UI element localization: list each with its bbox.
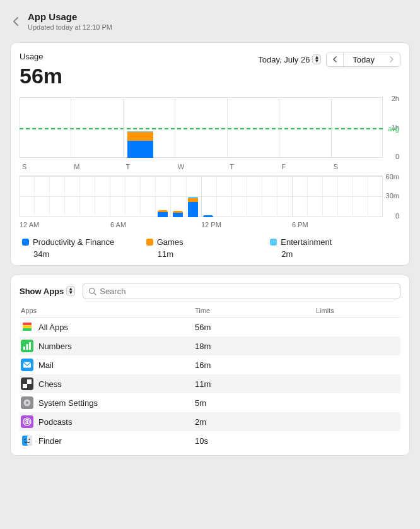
col-header-limits[interactable]: Limits bbox=[316, 307, 399, 314]
stack-icon bbox=[21, 321, 33, 333]
y-axis-label: 0 bbox=[395, 153, 399, 160]
col-header-apps[interactable]: Apps bbox=[21, 307, 195, 314]
back-button[interactable] bbox=[10, 16, 21, 27]
app-name: Finder bbox=[38, 436, 62, 446]
svg-rect-2 bbox=[23, 328, 32, 331]
x-axis-label: F bbox=[279, 163, 330, 170]
x-axis-label: S bbox=[20, 163, 71, 170]
gear-icon bbox=[21, 396, 33, 409]
svg-rect-7 bbox=[29, 342, 31, 350]
page-title: App Usage bbox=[28, 11, 112, 22]
table-row[interactable]: All Apps 56m bbox=[20, 318, 400, 336]
hourly-chart: 60m 30m 0 12 AM 6 AM 12 PM 6 PM bbox=[20, 175, 400, 230]
svg-line-1 bbox=[94, 292, 96, 294]
date-nav-group: Today bbox=[326, 52, 400, 67]
usage-card: Usage 56m Today, July 26 ▲▼ Today 2h 1h … bbox=[10, 42, 410, 266]
updown-icon: ▲▼ bbox=[312, 54, 321, 64]
legend-item: Games 11m bbox=[146, 237, 271, 259]
app-name: System Settings bbox=[38, 398, 98, 408]
table-body: All Apps 56m Numbers 18m Mail 16m Chess … bbox=[20, 318, 400, 450]
x-axis-label: 6 AM bbox=[110, 221, 201, 229]
y-axis-label: 0 bbox=[395, 212, 399, 220]
today-button[interactable]: Today bbox=[343, 52, 383, 66]
svg-rect-11 bbox=[27, 384, 32, 388]
x-axis-label: W bbox=[175, 163, 227, 170]
x-axis-label: S bbox=[331, 163, 383, 170]
search-field[interactable] bbox=[83, 283, 400, 299]
svg-rect-3 bbox=[23, 326, 32, 328]
app-list-card: Show Apps ▲▼ Apps Time Limits All Apps 5… bbox=[10, 275, 410, 456]
app-name: Podcasts bbox=[38, 417, 72, 427]
x-axis-label: T bbox=[227, 163, 279, 170]
legend-label: Games bbox=[157, 237, 184, 247]
y-axis-label: 30m bbox=[386, 192, 399, 199]
date-controls: Today, July 26 ▲▼ Today bbox=[258, 52, 400, 67]
app-name: Mail bbox=[38, 360, 54, 370]
updown-icon: ▲▼ bbox=[66, 286, 75, 296]
app-time: 5m bbox=[195, 398, 316, 408]
table-row[interactable]: Chess 11m bbox=[20, 374, 400, 393]
app-time: 16m bbox=[195, 360, 316, 370]
table-row[interactable]: Podcasts 2m bbox=[20, 412, 400, 431]
x-axis-label: 6 PM bbox=[292, 221, 383, 229]
usage-total: 56m bbox=[20, 64, 62, 88]
app-name: Numbers bbox=[38, 342, 72, 351]
table-row[interactable]: Finder 10s bbox=[20, 431, 400, 450]
legend-swatch bbox=[146, 239, 153, 246]
avg-label: avg bbox=[388, 125, 399, 133]
mail-icon bbox=[21, 359, 33, 371]
podcast-icon bbox=[21, 415, 33, 428]
legend-swatch bbox=[22, 239, 29, 246]
table-row[interactable]: Numbers 18m bbox=[20, 336, 400, 355]
table-header: Apps Time Limits bbox=[20, 304, 400, 318]
app-name: All Apps bbox=[38, 323, 68, 332]
date-picker-label: Today, July 26 bbox=[258, 55, 310, 64]
x-axis-label: T bbox=[124, 163, 175, 170]
chevron-left-icon bbox=[332, 56, 337, 62]
legend-label: Entertainment bbox=[281, 237, 332, 247]
finder-icon bbox=[21, 434, 33, 447]
legend-value: 2m bbox=[270, 249, 394, 259]
svg-rect-17 bbox=[26, 422, 28, 424]
x-axis-label: 12 AM bbox=[20, 221, 110, 229]
show-apps-dropdown[interactable]: Show Apps ▲▼ bbox=[20, 286, 75, 296]
svg-rect-19 bbox=[27, 436, 32, 446]
prev-day-button[interactable] bbox=[327, 52, 343, 66]
app-time: 2m bbox=[195, 417, 316, 427]
usage-label: Usage bbox=[20, 52, 62, 61]
legend-value: 11m bbox=[146, 249, 271, 259]
filter-row: Show Apps ▲▼ bbox=[20, 283, 400, 299]
svg-point-13 bbox=[26, 401, 28, 404]
chevron-right-icon bbox=[389, 56, 394, 62]
svg-rect-4 bbox=[23, 323, 32, 325]
svg-point-20 bbox=[25, 439, 26, 440]
chevron-left-icon bbox=[12, 16, 20, 27]
table-row[interactable]: Mail 16m bbox=[20, 355, 400, 374]
table-row[interactable]: System Settings 5m bbox=[20, 393, 400, 412]
chess-icon bbox=[21, 377, 33, 390]
date-picker[interactable]: Today, July 26 ▲▼ bbox=[258, 54, 321, 64]
header-text: App Usage Updated today at 12:10 PM bbox=[28, 11, 112, 31]
x-axis-label: 12 PM bbox=[201, 221, 292, 229]
legend-swatch bbox=[270, 239, 277, 246]
app-time: 56m bbox=[195, 323, 316, 332]
weekly-chart: 2h 1h 0 avg S M T W T F S bbox=[20, 97, 400, 173]
app-time: 11m bbox=[195, 379, 316, 389]
x-axis-label: M bbox=[71, 163, 123, 170]
legend-item: Entertainment 2m bbox=[270, 237, 394, 259]
next-day-button[interactable] bbox=[383, 52, 400, 66]
header-row: App Usage Updated today at 12:10 PM bbox=[10, 11, 410, 31]
col-header-time[interactable]: Time bbox=[195, 307, 316, 314]
svg-rect-10 bbox=[23, 379, 27, 384]
svg-point-21 bbox=[29, 439, 30, 440]
legend-item: Productivity & Finance 34m bbox=[22, 237, 146, 259]
legend-label: Productivity & Finance bbox=[33, 237, 114, 247]
svg-rect-6 bbox=[26, 344, 28, 350]
app-name: Chess bbox=[38, 379, 62, 389]
legend: Productivity & Finance 34m Games 11m Ent… bbox=[20, 237, 400, 259]
svg-rect-5 bbox=[23, 347, 25, 350]
usage-summary: Usage 56m bbox=[20, 52, 62, 88]
search-input[interactable] bbox=[100, 287, 395, 296]
chart-icon bbox=[21, 340, 33, 352]
app-time: 18m bbox=[195, 342, 316, 351]
